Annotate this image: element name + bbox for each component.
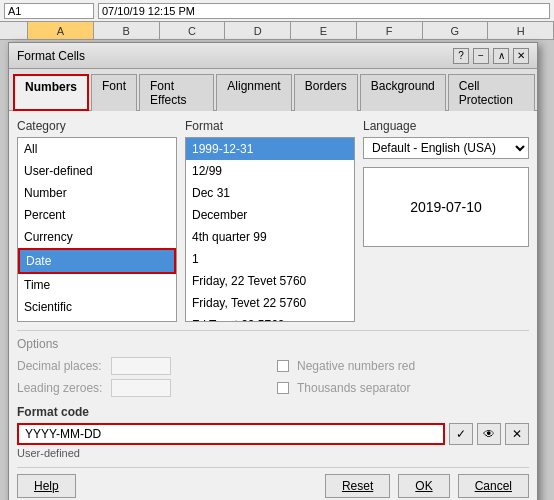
- cat-scientific[interactable]: Scientific: [18, 296, 176, 318]
- col-header-h: H: [488, 22, 554, 39]
- fmt-dec31[interactable]: Dec 31: [186, 182, 354, 204]
- format-listbox[interactable]: 1999-12-31 12/99 Dec 31 December 4th qua…: [185, 137, 355, 322]
- negative-red-row: Negative numbers red: [277, 357, 529, 375]
- reset-label: Reset: [342, 479, 373, 493]
- cancel-button[interactable]: Cancel: [458, 474, 529, 498]
- formula-bar[interactable]: 07/10/19 12:15 PM: [98, 3, 550, 19]
- close-btn[interactable]: ✕: [513, 48, 529, 64]
- preview-box: 2019-07-10: [363, 167, 529, 247]
- language-select[interactable]: Default - English (USA): [363, 137, 529, 159]
- fmt-1299[interactable]: 12/99: [186, 160, 354, 182]
- category-section: Category All User-defined Number Percent…: [17, 119, 177, 322]
- format-code-row: ✓ 👁 ✕: [17, 423, 529, 445]
- negative-red-label: Negative numbers red: [297, 359, 415, 373]
- leading-zeroes-spinner[interactable]: [111, 379, 171, 397]
- thousands-sep-row: Thousands separator: [277, 379, 529, 397]
- dialog-body: Category All User-defined Number Percent…: [9, 111, 537, 500]
- col-header-c: C: [160, 22, 226, 39]
- col-header-g: G: [423, 22, 489, 39]
- cat-number[interactable]: Number: [18, 182, 176, 204]
- tab-font[interactable]: Font: [91, 74, 137, 111]
- cat-time[interactable]: Time: [18, 274, 176, 296]
- ok-button[interactable]: OK: [398, 474, 449, 498]
- fmt-1999[interactable]: 1999-12-31: [186, 138, 354, 160]
- col-header-b: B: [94, 22, 160, 39]
- help-button[interactable]: Help: [17, 474, 76, 498]
- ok-label: OK: [415, 479, 432, 493]
- tab-alignment[interactable]: Alignment: [216, 74, 291, 111]
- negative-red-checkbox[interactable]: [277, 360, 289, 372]
- titlebar-buttons: ? − ∧ ✕: [453, 48, 529, 64]
- fmt-december[interactable]: December: [186, 204, 354, 226]
- format-code-label: Format code: [17, 405, 529, 419]
- format-section: Format 1999-12-31 12/99 Dec 31 December …: [185, 119, 355, 322]
- main-columns: Category All User-defined Number Percent…: [17, 119, 529, 322]
- cat-percent[interactable]: Percent: [18, 204, 176, 226]
- help-icon-btn[interactable]: ?: [453, 48, 469, 64]
- format-label: Format: [185, 119, 355, 133]
- decimal-places-spinner[interactable]: [111, 357, 171, 375]
- fmt-4thquarter[interactable]: 4th quarter 99: [186, 226, 354, 248]
- cat-currency[interactable]: Currency: [18, 226, 176, 248]
- format-code-input[interactable]: [17, 423, 445, 445]
- check-icon: ✓: [456, 427, 466, 441]
- options-grid: Decimal places: Negative numbers red Lea…: [17, 357, 529, 397]
- cat-all[interactable]: All: [18, 138, 176, 160]
- cat-date[interactable]: Date: [18, 248, 176, 274]
- user-defined-label: User-defined: [17, 447, 529, 459]
- dialog-titlebar: Format Cells ? − ∧ ✕: [9, 43, 537, 69]
- right-buttons: Reset OK Cancel: [325, 474, 529, 498]
- decimal-places-row: Decimal places:: [17, 357, 269, 375]
- maximize-btn[interactable]: ∧: [493, 48, 509, 64]
- tab-numbers[interactable]: Numbers: [13, 74, 89, 111]
- format-code-section: Format code ✓ 👁 ✕ User-defined: [17, 405, 529, 459]
- format-cells-dialog: Format Cells ? − ∧ ✕ Numbers Font Font E…: [8, 42, 538, 500]
- tabs-row: Numbers Font Font Effects Alignment Bord…: [9, 69, 537, 111]
- language-section: Language Default - English (USA) 2019-07…: [363, 119, 529, 322]
- cancel-label: Cancel: [475, 479, 512, 493]
- fmt-friday-tevet1[interactable]: Friday, 22 Tevet 5760: [186, 270, 354, 292]
- leading-zeroes-row: Leading zeroes:: [17, 379, 269, 397]
- dialog-title: Format Cells: [17, 49, 85, 63]
- column-headers: A B C D E F G H: [0, 22, 554, 40]
- col-header-d: D: [225, 22, 291, 39]
- category-listbox[interactable]: All User-defined Number Percent Currency…: [17, 137, 177, 322]
- thousands-sep-label: Thousands separator: [297, 381, 410, 395]
- corner-cell: [0, 22, 28, 39]
- preview-icon: 👁: [483, 427, 495, 441]
- tab-cell-protection[interactable]: Cell Protection: [448, 74, 535, 111]
- col-header-f: F: [357, 22, 423, 39]
- cell-ref[interactable]: A1: [4, 3, 94, 19]
- tab-borders[interactable]: Borders: [294, 74, 358, 111]
- format-code-check-btn[interactable]: ✓: [449, 423, 473, 445]
- preview-value: 2019-07-10: [410, 199, 482, 215]
- cat-fraction[interactable]: Fraction: [18, 318, 176, 322]
- category-label: Category: [17, 119, 177, 133]
- delete-icon: ✕: [512, 427, 522, 441]
- minimize-btn[interactable]: −: [473, 48, 489, 64]
- dialog-buttons: Help Reset OK Cancel: [17, 467, 529, 498]
- help-label: Help: [34, 479, 59, 493]
- format-code-preview-btn[interactable]: 👁: [477, 423, 501, 445]
- fmt-fri-tevet1[interactable]: Fri Tevet 22 5760: [186, 314, 354, 322]
- thousands-sep-checkbox[interactable]: [277, 382, 289, 394]
- leading-zeroes-label: Leading zeroes:: [17, 381, 107, 395]
- tab-font-effects[interactable]: Font Effects: [139, 74, 214, 111]
- tab-background[interactable]: Background: [360, 74, 446, 111]
- options-title: Options: [17, 337, 529, 351]
- decimal-places-label: Decimal places:: [17, 359, 107, 373]
- options-section: Options Decimal places: Negative numbers…: [17, 330, 529, 397]
- cat-user-defined[interactable]: User-defined: [18, 160, 176, 182]
- fmt-friday-tevet2[interactable]: Friday, Tevet 22 5760: [186, 292, 354, 314]
- spreadsheet-bar: A1 07/10/19 12:15 PM: [0, 0, 554, 22]
- fmt-1[interactable]: 1: [186, 248, 354, 270]
- format-code-delete-btn[interactable]: ✕: [505, 423, 529, 445]
- col-header-e: E: [291, 22, 357, 39]
- language-label: Language: [363, 119, 529, 133]
- col-header-a: A: [28, 22, 94, 39]
- reset-button[interactable]: Reset: [325, 474, 390, 498]
